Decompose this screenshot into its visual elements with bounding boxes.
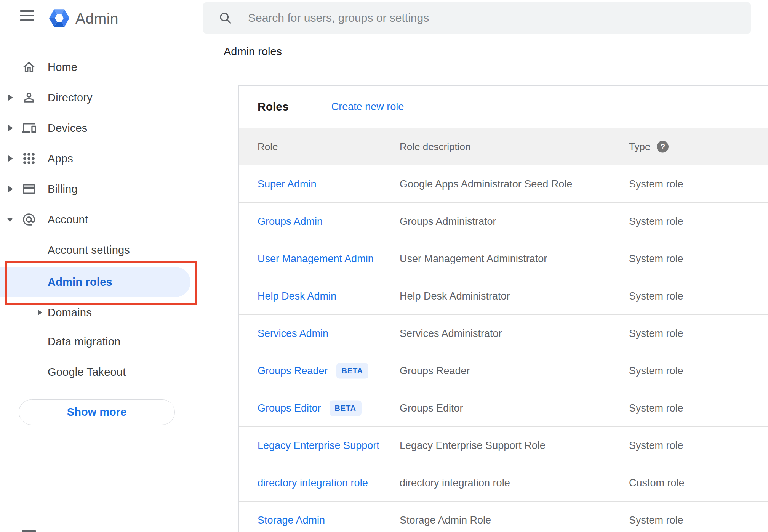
role-type: System role: [629, 327, 683, 339]
role-type: System role: [629, 253, 683, 264]
role-link[interactable]: Storage Admin: [258, 514, 325, 526]
search-placeholder: Search for users, groups or settings: [248, 11, 429, 24]
role-link[interactable]: directory integration role: [258, 477, 368, 489]
role-link[interactable]: Groups Editor: [258, 402, 321, 414]
sidebar-item-label: Data migration: [48, 335, 120, 348]
sidebar-item-home[interactable]: Home: [0, 52, 202, 82]
table-row: directory integration role directory int…: [239, 464, 768, 502]
role-link[interactable]: Services Admin: [258, 327, 328, 339]
sidebar-item-data-migration[interactable]: Data migration: [0, 326, 202, 357]
roles-card: Roles Create new role Role Role descript…: [238, 85, 768, 532]
role-description: Google Apps Administrator Seed Role: [400, 178, 572, 190]
expand-right-icon: [8, 186, 13, 192]
help-icon[interactable]: ?: [657, 141, 669, 152]
sidebar-item-devices[interactable]: Devices: [0, 113, 202, 143]
table-row: Super Admin Google Apps Administrator Se…: [239, 165, 768, 203]
cutoff-menu-icon: [22, 530, 36, 532]
sidebar-item-apps[interactable]: Apps: [0, 143, 202, 174]
table-row: Groups Reader BETA Groups Reader System …: [239, 352, 768, 389]
role-link[interactable]: Groups Admin: [258, 215, 323, 227]
role-link[interactable]: Help Desk Admin: [258, 290, 336, 302]
sidebar-item-billing[interactable]: Billing: [0, 174, 202, 204]
sidebar-item-google-takeout[interactable]: Google Takeout: [0, 357, 202, 387]
expand-right-icon: [8, 125, 13, 131]
column-header-type: Type ?: [629, 141, 669, 152]
section-title: Roles: [258, 100, 289, 113]
expand-down-icon: [7, 218, 13, 222]
table-header-row: Role Role description Type ?: [239, 128, 768, 165]
sidebar-item-label: Domains: [48, 306, 92, 319]
role-link[interactable]: Groups Reader: [258, 365, 328, 377]
beta-badge: BETA: [336, 363, 368, 378]
beta-badge: BETA: [330, 400, 362, 416]
header-divider: [202, 67, 768, 67]
role-description: Groups Reader: [400, 365, 470, 377]
role-description: Help Desk Administrator: [400, 290, 510, 302]
apps-grid-icon: [22, 151, 36, 166]
role-description: Legacy Enterprise Support Role: [400, 439, 546, 451]
role-link[interactable]: Super Admin: [258, 178, 317, 190]
person-icon: [22, 90, 36, 105]
role-type: System role: [629, 365, 683, 377]
devices-icon: [22, 121, 36, 135]
sidebar-item-account-settings[interactable]: Account settings: [0, 235, 202, 265]
sidebar-item-label: Account settings: [48, 244, 130, 256]
roles-card-header: Roles Create new role: [239, 86, 768, 128]
table-row: Services Admin Services Administrator Sy…: [239, 315, 768, 352]
role-type: System role: [629, 178, 683, 190]
sidebar-item-label: Account: [48, 213, 88, 226]
app-title: Admin: [75, 10, 118, 27]
role-description: Groups Administrator: [400, 215, 496, 227]
role-type: System role: [629, 215, 683, 227]
create-new-role-link[interactable]: Create new role: [331, 101, 404, 113]
table-row: User Management Admin User Management Ad…: [239, 240, 768, 277]
expand-right-icon: [8, 95, 13, 101]
show-more-button[interactable]: Show more: [19, 399, 175, 425]
sidebar-item-label: Apps: [48, 152, 73, 165]
role-type: System role: [629, 290, 683, 302]
column-header-role: Role: [258, 141, 278, 152]
sidebar-divider: [0, 512, 202, 512]
role-description: directory integration role: [400, 477, 510, 489]
role-description: Storage Admin Role: [400, 514, 491, 526]
hamburger-menu-button[interactable]: [20, 10, 34, 22]
role-type: System role: [629, 514, 683, 526]
table-row: Groups Editor BETA Groups Editor System …: [239, 389, 768, 427]
sidebar-item-directory[interactable]: Directory: [0, 82, 202, 113]
role-type: System role: [629, 402, 683, 414]
role-link[interactable]: Legacy Enterprise Support: [258, 439, 379, 451]
at-email-icon: [22, 212, 36, 227]
sidebar-border: [202, 67, 202, 532]
table-row: Storage Admin Storage Admin Role System …: [239, 502, 768, 532]
role-type: Custom role: [629, 477, 685, 489]
red-annotation-box: [5, 261, 197, 305]
role-type: System role: [629, 439, 683, 451]
breadcrumb: Admin roles: [224, 45, 282, 58]
table-row: Legacy Enterprise Support Legacy Enterpr…: [239, 427, 768, 464]
admin-logo-icon: [48, 7, 70, 30]
credit-card-icon: [22, 182, 36, 196]
sidebar-item-label: Billing: [48, 183, 78, 195]
home-icon: [22, 60, 36, 74]
sidebar-item-label: Home: [48, 61, 77, 74]
roles-table-body: Super Admin Google Apps Administrator Se…: [239, 165, 768, 532]
expand-right-icon: [38, 310, 42, 315]
role-description: Services Administrator: [400, 327, 502, 339]
sidebar-item-account[interactable]: Account: [0, 204, 202, 235]
table-row: Help Desk Admin Help Desk Administrator …: [239, 277, 768, 315]
sidebar-item-label: Directory: [48, 91, 93, 104]
sidebar-item-label: Google Takeout: [48, 366, 126, 378]
role-description: Groups Editor: [400, 402, 463, 414]
role-link[interactable]: User Management Admin: [258, 253, 374, 264]
expand-right-icon: [8, 155, 13, 162]
table-row: Groups Admin Groups Administrator System…: [239, 203, 768, 240]
role-description: User Management Administrator: [400, 253, 547, 264]
search-input[interactable]: Search for users, groups or settings: [203, 2, 751, 34]
search-icon: [218, 11, 232, 25]
column-header-description: Role description: [400, 141, 470, 152]
sidebar-item-label: Devices: [48, 122, 88, 135]
